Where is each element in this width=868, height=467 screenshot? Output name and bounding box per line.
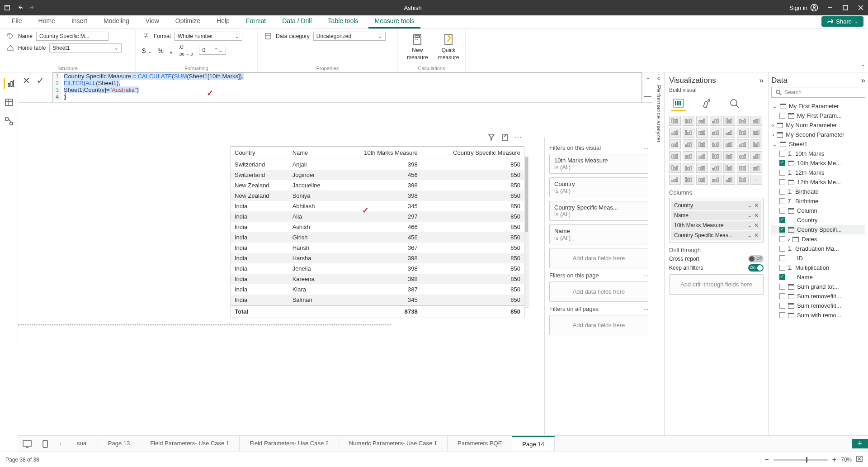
- visual-type-icon[interactable]: [737, 128, 749, 138]
- home-table-select[interactable]: Sheet1⌄: [49, 43, 122, 52]
- visual-type-icon[interactable]: [737, 151, 749, 161]
- column-header[interactable]: Country: [231, 147, 289, 159]
- visual-type-icon[interactable]: [750, 151, 762, 161]
- field-chip[interactable]: Country⌄✕: [671, 201, 761, 210]
- table-row[interactable]: IndiaAlia297850: [231, 211, 524, 222]
- visual-type-icon[interactable]: [750, 163, 762, 173]
- prev-page-icon[interactable]: ‹: [54, 441, 67, 447]
- quick-measure-button[interactable]: Quickmeasure: [435, 32, 462, 61]
- keep-filters-toggle[interactable]: On: [748, 264, 764, 272]
- visual-type-icon[interactable]: [683, 151, 694, 161]
- column-header[interactable]: Name: [289, 147, 338, 159]
- ribbon-tab-file[interactable]: File: [5, 14, 28, 29]
- field-chip[interactable]: Name⌄✕: [671, 211, 761, 220]
- field-chip[interactable]: Country Specific Meas...⌄✕: [671, 231, 761, 240]
- table-row[interactable]: IndiaGirish456850: [231, 232, 524, 243]
- ribbon-tab-home[interactable]: Home: [32, 14, 61, 29]
- more-options-icon[interactable]: ···: [515, 134, 522, 143]
- filter-card[interactable]: Nameis (All): [549, 224, 648, 244]
- visual-type-icon[interactable]: [669, 139, 681, 149]
- performance-analyzer-pane[interactable]: « Performance analyzer: [653, 72, 665, 452]
- collapse-ribbon-icon[interactable]: ⌃: [861, 64, 865, 70]
- visual-type-icon[interactable]: [750, 139, 762, 149]
- signin-button[interactable]: Sign in: [789, 4, 818, 12]
- add-page-button[interactable]: +: [852, 439, 868, 448]
- filter-visual-icon[interactable]: [488, 134, 495, 143]
- visual-type-icon[interactable]: [723, 175, 735, 185]
- page-tab[interactable]: Parameters PQE: [448, 436, 512, 451]
- search-input[interactable]: Search: [771, 87, 865, 98]
- add-all-filter-well[interactable]: Add data fields here: [549, 315, 648, 335]
- format-select[interactable]: Whole number⌄: [175, 32, 242, 41]
- ribbon-tab-table-tools[interactable]: Table tools: [322, 14, 365, 29]
- save-icon[interactable]: [4, 4, 11, 11]
- table-row[interactable]: IndiaAshish466850: [231, 222, 524, 232]
- tree-field[interactable]: Country Specifi...: [771, 225, 865, 234]
- visual-type-icon[interactable]: [737, 116, 749, 126]
- tree-table[interactable]: ›My Second Parameter: [771, 130, 865, 139]
- maximize-icon[interactable]: [842, 4, 849, 11]
- filter-card[interactable]: Country Specific Meas...is (All): [549, 201, 648, 221]
- minimize-icon[interactable]: [826, 4, 834, 11]
- table-row[interactable]: IndiaHarish367850: [231, 243, 524, 253]
- tree-field[interactable]: Column: [771, 206, 865, 215]
- visual-type-icon[interactable]: [723, 163, 735, 173]
- desktop-layout-icon[interactable]: [18, 440, 36, 448]
- ribbon-tab-insert[interactable]: Insert: [65, 14, 94, 29]
- page-tab[interactable]: Page 13: [98, 436, 140, 451]
- visual-type-icon[interactable]: [696, 116, 708, 126]
- filters-more-icon[interactable]: ···: [643, 272, 648, 279]
- visual-type-icon[interactable]: ···: [750, 175, 762, 185]
- table-row[interactable]: IndiaHarsha398850: [231, 253, 524, 263]
- measure-name-input[interactable]: Country Specific M...: [36, 32, 108, 41]
- collapse-pane-icon[interactable]: «: [657, 75, 660, 81]
- collapse-formula-icon[interactable]: —: [644, 92, 651, 100]
- analytics-tab[interactable]: [727, 96, 742, 111]
- data-view-icon[interactable]: [4, 97, 14, 108]
- fit-page-icon[interactable]: [856, 456, 863, 463]
- filter-card[interactable]: 10th Marks Measureis (All): [549, 154, 648, 174]
- visual-type-icon[interactable]: [669, 116, 681, 126]
- visual-type-icon[interactable]: [696, 163, 708, 173]
- ribbon-tab-view[interactable]: View: [139, 14, 165, 29]
- tree-field[interactable]: Name: [771, 272, 865, 282]
- mobile-layout-icon[interactable]: [36, 439, 54, 448]
- ribbon-tab-modeling[interactable]: Modeling: [97, 14, 136, 29]
- tree-field[interactable]: 10th Marks: [771, 149, 865, 158]
- visual-type-icon[interactable]: [737, 163, 749, 173]
- ribbon-tab-optimize[interactable]: Optimize: [169, 14, 207, 29]
- visual-type-icon[interactable]: [683, 163, 694, 173]
- formula-editor[interactable]: 1Country Specific Measure = CALCULATE(SU…: [52, 72, 642, 102]
- page-tab[interactable]: Numeric Parameters- Use Case 1: [339, 436, 448, 451]
- table-row[interactable]: IndiaAbhilash345850: [231, 201, 524, 211]
- commit-formula-icon[interactable]: ✓: [37, 75, 44, 86]
- tree-field[interactable]: Country: [771, 215, 865, 225]
- page-tab[interactable]: Field Parameters- Use Case 1: [140, 436, 240, 451]
- visual-type-icon[interactable]: [710, 151, 722, 161]
- format-visual-tab[interactable]: [699, 96, 714, 111]
- visual-type-icon[interactable]: [669, 175, 681, 185]
- add-page-filter-well[interactable]: Add data fields here: [549, 281, 648, 302]
- visual-type-icon[interactable]: [696, 151, 708, 161]
- filters-more-icon[interactable]: ···: [643, 144, 648, 151]
- visual-type-icon[interactable]: [683, 116, 694, 126]
- vertical-scrollbar[interactable]: [525, 157, 528, 308]
- expand-formula-icon[interactable]: ⌄: [646, 74, 650, 81]
- visual-type-icon[interactable]: [737, 139, 749, 149]
- visual-type-icon[interactable]: [696, 139, 708, 149]
- share-button[interactable]: Share ⌄: [821, 16, 863, 27]
- table-row[interactable]: SwitzerlandJoginder456850: [231, 170, 524, 180]
- visual-type-icon[interactable]: [737, 175, 749, 185]
- redo-icon[interactable]: [29, 4, 36, 11]
- model-view-icon[interactable]: [4, 116, 14, 127]
- tree-field[interactable]: Multiplication: [771, 263, 865, 272]
- close-icon[interactable]: [857, 4, 864, 11]
- tree-field[interactable]: Birthtime: [771, 196, 865, 206]
- decimals-input[interactable]: 0⌃⌄: [199, 46, 226, 55]
- undo-icon[interactable]: [16, 4, 24, 11]
- table-row[interactable]: New ZealandJacqueline398850: [231, 180, 524, 191]
- expand-pane-icon[interactable]: »: [760, 76, 764, 85]
- tree-table[interactable]: ⌄My First Parameter: [771, 101, 865, 111]
- visual-type-icon[interactable]: [710, 163, 722, 173]
- tree-field[interactable]: ›Dates: [771, 234, 865, 244]
